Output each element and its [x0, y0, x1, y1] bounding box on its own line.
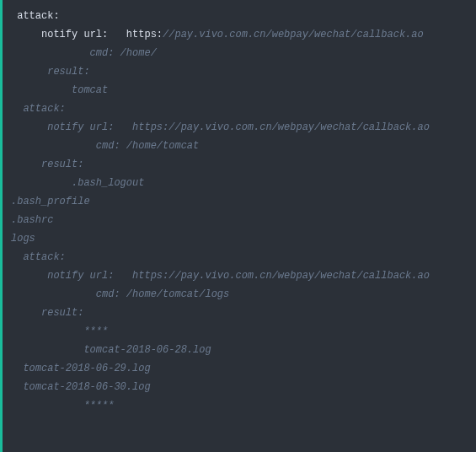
code-line: notify url: https://pay.vivo.com.cn/webp… — [11, 25, 468, 44]
code-line: attack: — [11, 100, 468, 118]
code-line: tomcat-2018-06-28.log — [11, 341, 468, 359]
url-comment: //pay.vivo.com.cn/webpay/wechat/callback… — [163, 29, 424, 40]
code-line: ***** — [11, 396, 468, 415]
attack-keyword: attack: — [11, 10, 60, 22]
code-line: cmd: /home/tomcat — [11, 137, 468, 155]
code-line: tomcat — [11, 81, 468, 100]
code-block: attack: notify url: https://pay.vivo.com… — [0, 0, 476, 452]
code-line: .bash_logout — [11, 174, 468, 192]
code-line: cmd: /home/ — [11, 44, 468, 62]
code-line: tomcat-2018-06-29.log — [11, 359, 468, 378]
code-line: result: — [11, 62, 468, 81]
code-line: attack: — [11, 7, 468, 25]
code-line: result: — [11, 155, 468, 174]
code-line: .bashrc — [11, 211, 468, 229]
code-line: notify url: https://pay.vivo.com.cn/webp… — [11, 118, 468, 137]
code-line: tomcat-2018-06-30.log — [11, 378, 468, 396]
code-line: logs — [11, 229, 468, 248]
code-line: .bash_profile — [11, 192, 468, 211]
code-line: attack: — [11, 248, 468, 266]
code-line: **** — [11, 322, 468, 341]
code-line: cmd: /home/tomcat/logs — [11, 285, 468, 304]
notify-url-keyword: notify url: — [41, 29, 108, 40]
code-line: notify url: https://pay.vivo.com.cn/webp… — [11, 266, 468, 285]
code-line: result: — [11, 304, 468, 322]
https-value: https: — [126, 29, 163, 40]
